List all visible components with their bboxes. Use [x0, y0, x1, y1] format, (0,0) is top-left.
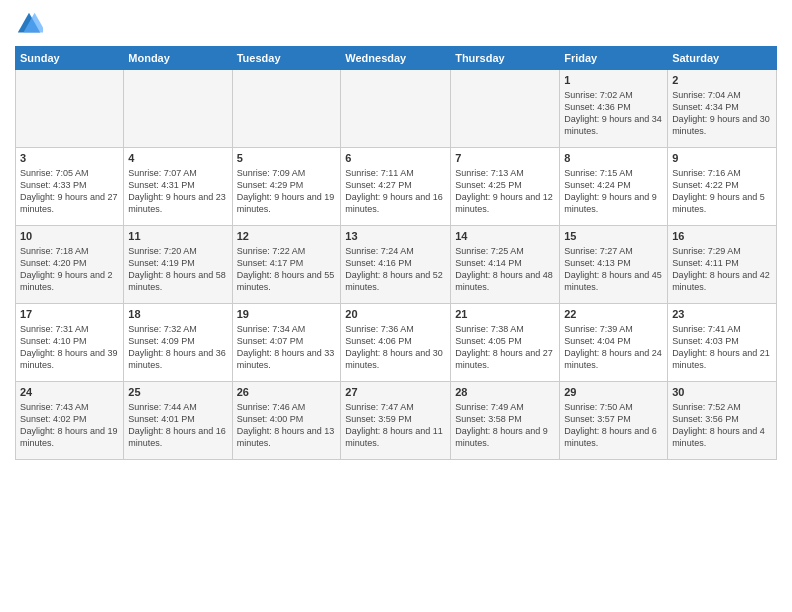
day-info: Sunrise: 7:24 AM Sunset: 4:16 PM Dayligh…	[345, 245, 446, 294]
calendar-cell: 9Sunrise: 7:16 AM Sunset: 4:22 PM Daylig…	[668, 148, 777, 226]
day-number: 14	[455, 229, 555, 244]
calendar-cell: 23Sunrise: 7:41 AM Sunset: 4:03 PM Dayli…	[668, 304, 777, 382]
calendar-cell: 14Sunrise: 7:25 AM Sunset: 4:14 PM Dayli…	[451, 226, 560, 304]
calendar-cell	[124, 70, 232, 148]
day-info: Sunrise: 7:52 AM Sunset: 3:56 PM Dayligh…	[672, 401, 772, 450]
logo-icon	[15, 10, 43, 38]
calendar-cell: 29Sunrise: 7:50 AM Sunset: 3:57 PM Dayli…	[560, 382, 668, 460]
calendar-cell: 28Sunrise: 7:49 AM Sunset: 3:58 PM Dayli…	[451, 382, 560, 460]
calendar-cell: 30Sunrise: 7:52 AM Sunset: 3:56 PM Dayli…	[668, 382, 777, 460]
day-number: 3	[20, 151, 119, 166]
day-info: Sunrise: 7:39 AM Sunset: 4:04 PM Dayligh…	[564, 323, 663, 372]
calendar-cell: 26Sunrise: 7:46 AM Sunset: 4:00 PM Dayli…	[232, 382, 341, 460]
day-number: 8	[564, 151, 663, 166]
day-number: 6	[345, 151, 446, 166]
day-number: 22	[564, 307, 663, 322]
calendar-week-2: 3Sunrise: 7:05 AM Sunset: 4:33 PM Daylig…	[16, 148, 777, 226]
day-info: Sunrise: 7:11 AM Sunset: 4:27 PM Dayligh…	[345, 167, 446, 216]
day-info: Sunrise: 7:02 AM Sunset: 4:36 PM Dayligh…	[564, 89, 663, 138]
day-info: Sunrise: 7:41 AM Sunset: 4:03 PM Dayligh…	[672, 323, 772, 372]
day-number: 27	[345, 385, 446, 400]
calendar-cell: 12Sunrise: 7:22 AM Sunset: 4:17 PM Dayli…	[232, 226, 341, 304]
day-number: 19	[237, 307, 337, 322]
day-info: Sunrise: 7:47 AM Sunset: 3:59 PM Dayligh…	[345, 401, 446, 450]
day-number: 12	[237, 229, 337, 244]
calendar-cell: 13Sunrise: 7:24 AM Sunset: 4:16 PM Dayli…	[341, 226, 451, 304]
day-info: Sunrise: 7:05 AM Sunset: 4:33 PM Dayligh…	[20, 167, 119, 216]
calendar-cell: 25Sunrise: 7:44 AM Sunset: 4:01 PM Dayli…	[124, 382, 232, 460]
day-info: Sunrise: 7:50 AM Sunset: 3:57 PM Dayligh…	[564, 401, 663, 450]
calendar-cell: 2Sunrise: 7:04 AM Sunset: 4:34 PM Daylig…	[668, 70, 777, 148]
col-sunday: Sunday	[16, 47, 124, 70]
col-tuesday: Tuesday	[232, 47, 341, 70]
day-info: Sunrise: 7:27 AM Sunset: 4:13 PM Dayligh…	[564, 245, 663, 294]
day-info: Sunrise: 7:25 AM Sunset: 4:14 PM Dayligh…	[455, 245, 555, 294]
day-number: 9	[672, 151, 772, 166]
calendar-week-1: 1Sunrise: 7:02 AM Sunset: 4:36 PM Daylig…	[16, 70, 777, 148]
day-number: 24	[20, 385, 119, 400]
calendar-week-5: 24Sunrise: 7:43 AM Sunset: 4:02 PM Dayli…	[16, 382, 777, 460]
calendar-cell: 27Sunrise: 7:47 AM Sunset: 3:59 PM Dayli…	[341, 382, 451, 460]
calendar-cell: 8Sunrise: 7:15 AM Sunset: 4:24 PM Daylig…	[560, 148, 668, 226]
logo	[15, 10, 47, 38]
day-number: 23	[672, 307, 772, 322]
day-number: 20	[345, 307, 446, 322]
day-info: Sunrise: 7:32 AM Sunset: 4:09 PM Dayligh…	[128, 323, 227, 372]
day-number: 16	[672, 229, 772, 244]
calendar-cell: 19Sunrise: 7:34 AM Sunset: 4:07 PM Dayli…	[232, 304, 341, 382]
calendar-cell: 21Sunrise: 7:38 AM Sunset: 4:05 PM Dayli…	[451, 304, 560, 382]
day-info: Sunrise: 7:16 AM Sunset: 4:22 PM Dayligh…	[672, 167, 772, 216]
day-number: 25	[128, 385, 227, 400]
day-number: 13	[345, 229, 446, 244]
day-number: 2	[672, 73, 772, 88]
calendar-cell	[232, 70, 341, 148]
day-info: Sunrise: 7:09 AM Sunset: 4:29 PM Dayligh…	[237, 167, 337, 216]
day-info: Sunrise: 7:46 AM Sunset: 4:00 PM Dayligh…	[237, 401, 337, 450]
day-info: Sunrise: 7:20 AM Sunset: 4:19 PM Dayligh…	[128, 245, 227, 294]
day-number: 17	[20, 307, 119, 322]
day-info: Sunrise: 7:18 AM Sunset: 4:20 PM Dayligh…	[20, 245, 119, 294]
day-number: 30	[672, 385, 772, 400]
calendar-cell: 6Sunrise: 7:11 AM Sunset: 4:27 PM Daylig…	[341, 148, 451, 226]
calendar-cell: 11Sunrise: 7:20 AM Sunset: 4:19 PM Dayli…	[124, 226, 232, 304]
day-number: 18	[128, 307, 227, 322]
calendar-cell: 3Sunrise: 7:05 AM Sunset: 4:33 PM Daylig…	[16, 148, 124, 226]
day-number: 4	[128, 151, 227, 166]
day-info: Sunrise: 7:13 AM Sunset: 4:25 PM Dayligh…	[455, 167, 555, 216]
day-info: Sunrise: 7:29 AM Sunset: 4:11 PM Dayligh…	[672, 245, 772, 294]
day-number: 11	[128, 229, 227, 244]
col-wednesday: Wednesday	[341, 47, 451, 70]
calendar-cell: 17Sunrise: 7:31 AM Sunset: 4:10 PM Dayli…	[16, 304, 124, 382]
day-number: 29	[564, 385, 663, 400]
header	[15, 10, 777, 38]
day-number: 28	[455, 385, 555, 400]
calendar-cell: 5Sunrise: 7:09 AM Sunset: 4:29 PM Daylig…	[232, 148, 341, 226]
day-number: 1	[564, 73, 663, 88]
calendar-cell	[16, 70, 124, 148]
day-info: Sunrise: 7:22 AM Sunset: 4:17 PM Dayligh…	[237, 245, 337, 294]
calendar-cell: 16Sunrise: 7:29 AM Sunset: 4:11 PM Dayli…	[668, 226, 777, 304]
col-saturday: Saturday	[668, 47, 777, 70]
calendar-cell	[451, 70, 560, 148]
calendar-week-3: 10Sunrise: 7:18 AM Sunset: 4:20 PM Dayli…	[16, 226, 777, 304]
day-info: Sunrise: 7:31 AM Sunset: 4:10 PM Dayligh…	[20, 323, 119, 372]
calendar-header-row: Sunday Monday Tuesday Wednesday Thursday…	[16, 47, 777, 70]
calendar: Sunday Monday Tuesday Wednesday Thursday…	[15, 46, 777, 460]
calendar-cell: 20Sunrise: 7:36 AM Sunset: 4:06 PM Dayli…	[341, 304, 451, 382]
day-info: Sunrise: 7:36 AM Sunset: 4:06 PM Dayligh…	[345, 323, 446, 372]
calendar-cell: 7Sunrise: 7:13 AM Sunset: 4:25 PM Daylig…	[451, 148, 560, 226]
col-friday: Friday	[560, 47, 668, 70]
day-number: 15	[564, 229, 663, 244]
calendar-week-4: 17Sunrise: 7:31 AM Sunset: 4:10 PM Dayli…	[16, 304, 777, 382]
calendar-cell: 22Sunrise: 7:39 AM Sunset: 4:04 PM Dayli…	[560, 304, 668, 382]
calendar-cell: 24Sunrise: 7:43 AM Sunset: 4:02 PM Dayli…	[16, 382, 124, 460]
day-info: Sunrise: 7:43 AM Sunset: 4:02 PM Dayligh…	[20, 401, 119, 450]
calendar-cell: 10Sunrise: 7:18 AM Sunset: 4:20 PM Dayli…	[16, 226, 124, 304]
day-info: Sunrise: 7:15 AM Sunset: 4:24 PM Dayligh…	[564, 167, 663, 216]
calendar-cell: 18Sunrise: 7:32 AM Sunset: 4:09 PM Dayli…	[124, 304, 232, 382]
calendar-cell	[341, 70, 451, 148]
day-info: Sunrise: 7:34 AM Sunset: 4:07 PM Dayligh…	[237, 323, 337, 372]
day-info: Sunrise: 7:38 AM Sunset: 4:05 PM Dayligh…	[455, 323, 555, 372]
day-number: 7	[455, 151, 555, 166]
col-monday: Monday	[124, 47, 232, 70]
